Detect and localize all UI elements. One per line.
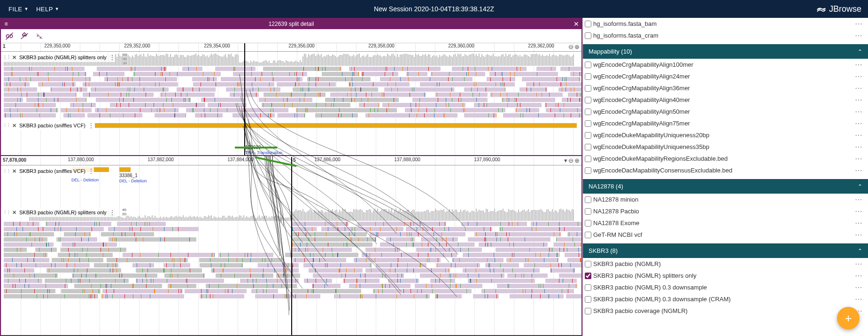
menu-file[interactable]: FILE▼ [5,6,32,13]
track-name[interactable]: hg_isoforms.fasta_bam [593,20,853,28]
track-row: wgEncodeCrgMapabilityAlign40mer⋯ [583,94,868,106]
track-menu-button[interactable]: ⋮ [88,168,94,174]
track-checkbox[interactable] [585,73,591,80]
track-checkbox[interactable] [585,62,591,68]
track-name[interactable]: wgEncodeCrgMapabilityAlign100mer [593,61,853,69]
track-menu-icon[interactable]: ⋯ [853,295,864,304]
track-menu-icon[interactable]: ⋯ [853,131,864,140]
view-close-button[interactable]: ✕ [571,20,581,28]
track-menu-icon[interactable]: ⋯ [853,207,864,216]
track-name[interactable]: wgEncodeCrgMapabilityAlign24mer [593,73,853,80]
track-menu-icon[interactable]: ⋯ [853,60,864,69]
track-checkbox[interactable] [585,167,591,174]
menu-help[interactable]: HELP▼ [32,6,63,13]
track-name[interactable]: SKBR3 pacbio (NGMLR) [593,260,853,268]
track-menu-button[interactable]: ⋮ [88,122,94,129]
track-menu-icon[interactable]: ⋯ [853,154,864,163]
track-name[interactable]: SKBR3 pacbio (NGMLR) 0.3 downsample (CRA… [593,296,853,303]
track-menu-button[interactable]: ⋮ [109,54,115,61]
track-menu-icon[interactable]: ⋯ [853,119,864,128]
ruler-region-1[interactable]: 1 229,350,000 229,352,000 229,354,000 22… [1,43,581,52]
track-name[interactable]: wgEncodeDacMapabilityConsensusExcludable… [593,167,853,174]
track-menu-icon[interactable]: ⋯ [853,271,864,280]
track-checkbox[interactable] [585,273,591,279]
track-name[interactable]: wgEncodeDukeMapabilityRegionsExcludable.… [593,155,853,163]
track-name[interactable]: wgEncodeDukeMapabilityUniqueness20bp [593,132,853,139]
view-menu-button[interactable]: ≡ [1,21,11,27]
track-header-align-2: ⋮⋮ ✕ SKBR3 pacbio (NGMLR) splitters only… [1,208,115,217]
zoom-in-icon[interactable]: ⊕ [574,157,580,164]
track-name[interactable]: NA12878 minion [593,196,853,203]
track-name[interactable]: wgEncodeCrgMapabilityAlign40mer [593,96,853,104]
track-checkbox[interactable] [585,21,591,27]
track-menu-icon[interactable]: ⋯ [853,142,864,151]
category-header[interactable]: NA12878 (4)⌃ [583,179,868,194]
track-menu-icon[interactable]: ⋯ [853,84,864,93]
track-close-button[interactable]: ✕ [12,55,16,61]
track-name[interactable]: hg_isoforms.fasta_cram [593,32,853,39]
track-checkbox[interactable] [585,261,591,267]
track-checkbox[interactable] [585,220,591,227]
add-track-fab[interactable]: + [837,307,860,329]
track-menu-icon[interactable]: ⋯ [853,166,864,175]
track-name[interactable]: SKBR3 pacbio (NGMLR) 0.3 downsample [593,284,853,291]
track-menu-icon[interactable]: ⋯ [853,107,864,116]
show-all-regions-icon[interactable]: ✕✕ [34,31,45,42]
track-row: wgEncodeCrgMapabilityAlign50mer⋯ [583,106,868,117]
category-header[interactable]: Mappability (10)⌃ [583,44,868,59]
track-checkbox[interactable] [585,308,591,314]
track-selector-sidebar[interactable]: hg_isoforms.fasta_bam⋯hg_isoforms.fasta_… [582,18,868,336]
track-menu-icon[interactable]: ⋯ [853,72,864,81]
track-menu-icon[interactable]: ⋯ [853,195,864,204]
track-checkbox[interactable] [585,196,591,203]
track-checkbox[interactable] [585,156,591,162]
vcf-feature[interactable] [95,123,577,128]
track-name[interactable]: wgEncodeDukeMapabilityUniqueness35bp [593,143,853,151]
drag-handle-icon[interactable]: ⋮⋮ [3,55,10,60]
track-checkbox[interactable] [585,97,591,103]
track-checkbox[interactable] [585,85,591,92]
drag-handle-icon[interactable]: ⋮⋮ [3,169,10,173]
reads-pileup-1[interactable] [1,67,581,118]
track-checkbox[interactable] [585,296,591,303]
track-checkbox[interactable] [585,109,591,115]
track-name[interactable]: SKBR3 pacbio (NGMLR) splitters only [593,272,853,280]
track-menu-icon[interactable]: ⋯ [853,219,864,227]
genome-area[interactable]: 1 229,350,000 229,352,000 229,354,000 22… [1,43,581,335]
track-name[interactable]: SKBR3 pacbio coverage (NGMLR) [593,307,853,315]
track-checkbox[interactable] [585,144,591,150]
track-checkbox[interactable] [585,208,591,215]
drag-handle-icon[interactable]: ⋮⋮ [3,210,10,215]
link-views-icon[interactable] [4,31,15,42]
track-name[interactable]: wgEncodeCrgMapabilityAlign75mer [593,120,853,127]
track-checkbox[interactable] [585,32,591,39]
track-menu-icon[interactable]: ⋯ [853,283,864,292]
category-header[interactable]: SKBR3 (8)⌃ [583,243,868,258]
vcf-feature[interactable] [119,167,131,172]
track-checkbox[interactable] [585,120,591,127]
track-menu-icon[interactable]: ⋯ [853,19,864,28]
track-menu-icon[interactable]: ⋯ [853,259,864,268]
drag-handle-icon[interactable]: ⋮⋮ [3,123,10,128]
track-menu-button[interactable]: ⋮ [109,209,115,216]
track-name[interactable]: NA12878 Exome [593,219,853,227]
track-menu-icon[interactable]: ⋯ [853,95,864,104]
center-line-icon[interactable] [19,31,30,42]
track-name[interactable]: wgEncodeCrgMapabilityAlign36mer [593,85,853,92]
zoom-out-icon[interactable]: ⊖ [568,43,574,50]
track-checkbox[interactable] [585,132,591,139]
track-name[interactable]: NA12878 Pacbio [593,208,853,215]
track-name[interactable]: wgEncodeCrgMapabilityAlign50mer [593,108,853,116]
region-select-icon[interactable]: ▾ [564,157,567,164]
track-close-button[interactable]: ✕ [12,123,16,129]
zoom-in-icon[interactable]: ⊕ [574,43,580,50]
zoom-out-icon[interactable]: ⊖ [568,157,574,164]
track-name[interactable]: GeT-RM NCBI vcf [593,231,853,239]
track-checkbox[interactable] [585,232,591,238]
track-close-button[interactable]: ✕ [12,210,16,216]
variant-id[interactable]: 33386_1 [119,173,138,178]
track-menu-icon[interactable]: ⋯ [853,230,864,239]
track-menu-icon[interactable]: ⋯ [853,31,864,40]
track-close-button[interactable]: ✕ [12,168,16,174]
track-checkbox[interactable] [585,284,591,291]
